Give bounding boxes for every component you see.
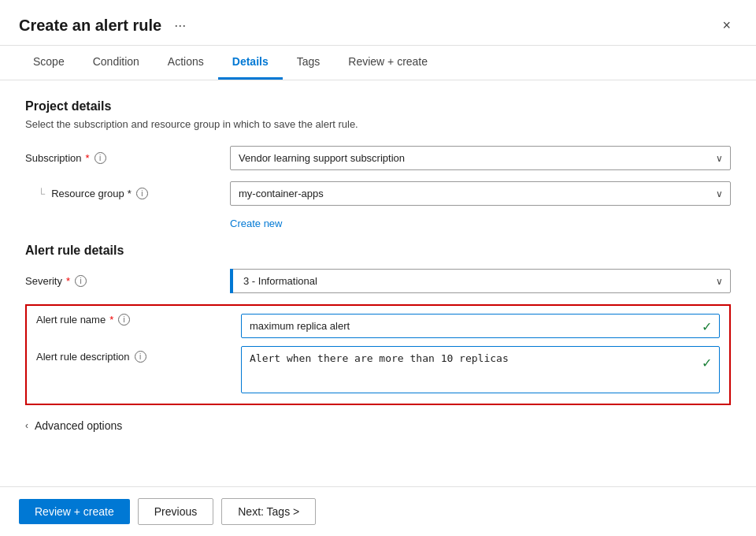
resource-group-info-icon[interactable]: i [136,188,148,199]
create-alert-rule-dialog: Create an alert rule ··· × Scope Conditi… [0,0,756,536]
subscription-info-icon[interactable]: i [94,152,106,164]
tab-bar: Scope Condition Actions Details Tags Rev… [0,46,756,80]
previous-button[interactable]: Previous [138,498,213,525]
dialog-title: Create an alert rule [19,17,161,35]
severity-row: Severity * i 3 - Informational [25,269,731,293]
tab-condition[interactable]: Condition [79,46,154,80]
chevron-down-icon: ‹ [25,420,28,431]
alert-rule-name-info-icon[interactable]: i [118,314,130,326]
alert-rule-name-row: Alert rule name * i ✓ [36,314,720,338]
resource-group-required: * [128,188,132,199]
tab-review-create[interactable]: Review + create [334,46,442,80]
alert-rule-name-check-icon: ✓ [702,318,712,333]
severity-select[interactable]: 3 - Informational [230,269,731,293]
subscription-row: Subscription * i Vendor learning support… [25,146,731,170]
project-details-title: Project details [25,99,731,114]
resource-group-select-wrapper: my-container-apps [230,181,731,206]
tab-actions[interactable]: Actions [154,46,218,80]
tab-details[interactable]: Details [218,46,283,80]
project-details-desc: Select the subscription and resource gro… [25,118,731,130]
create-new-link[interactable]: Create new [230,218,282,229]
severity-info-icon[interactable]: i [75,275,87,287]
alert-rule-details-title: Alert rule details [25,244,731,258]
severity-label: Severity * i [25,275,230,287]
tab-tags[interactable]: Tags [283,46,335,80]
tab-scope[interactable]: Scope [19,46,79,80]
alert-rule-description-label: Alert rule description i [36,346,241,363]
severity-dropdown-wrapper: 3 - Informational [230,269,731,293]
close-button[interactable]: × [716,14,737,37]
resource-group-label: Resource group * i [25,188,230,199]
dialog-footer: Review + create Previous Next: Tags > [0,486,756,536]
alert-rule-name-required: * [109,314,113,326]
review-create-button[interactable]: Review + create [19,499,130,524]
highlighted-fields-group: Alert rule name * i ✓ Alert rule descrip… [25,304,731,405]
alert-rule-description-info-icon[interactable]: i [135,351,146,363]
advanced-options-label: Advanced options [35,419,122,432]
alert-rule-description-row: Alert rule description i Alert when ther… [36,346,720,396]
main-content: Project details Select the subscription … [0,80,756,486]
resource-group-row: Resource group * i my-container-apps [25,181,731,206]
dialog-title-row: Create an alert rule ··· [19,17,186,35]
alert-rule-name-input[interactable] [241,314,720,338]
create-new-row: Create new [25,217,731,229]
dialog-menu-dots[interactable]: ··· [174,17,186,34]
subscription-select[interactable]: Vendor learning support subscription [230,146,731,170]
alert-rule-name-label: Alert rule name * i [36,314,241,326]
advanced-options-toggle[interactable]: ‹ Advanced options [25,419,731,432]
subscription-label: Subscription * i [25,152,230,164]
subscription-required: * [86,152,90,164]
resource-group-select[interactable]: my-container-apps [230,181,731,206]
alert-rule-description-input[interactable]: Alert when there are more than 10 replic… [241,346,720,393]
alert-rule-description-wrapper: Alert when there are more than 10 replic… [241,346,720,396]
alert-rule-description-check-icon: ✓ [702,355,712,370]
alert-rule-name-wrapper: ✓ [241,314,720,338]
severity-required: * [66,275,70,287]
next-tags-button[interactable]: Next: Tags > [221,498,316,525]
subscription-select-wrapper: Vendor learning support subscription [230,146,731,170]
severity-select-wrapper: 3 - Informational [230,269,731,293]
dialog-header: Create an alert rule ··· × [0,0,756,46]
